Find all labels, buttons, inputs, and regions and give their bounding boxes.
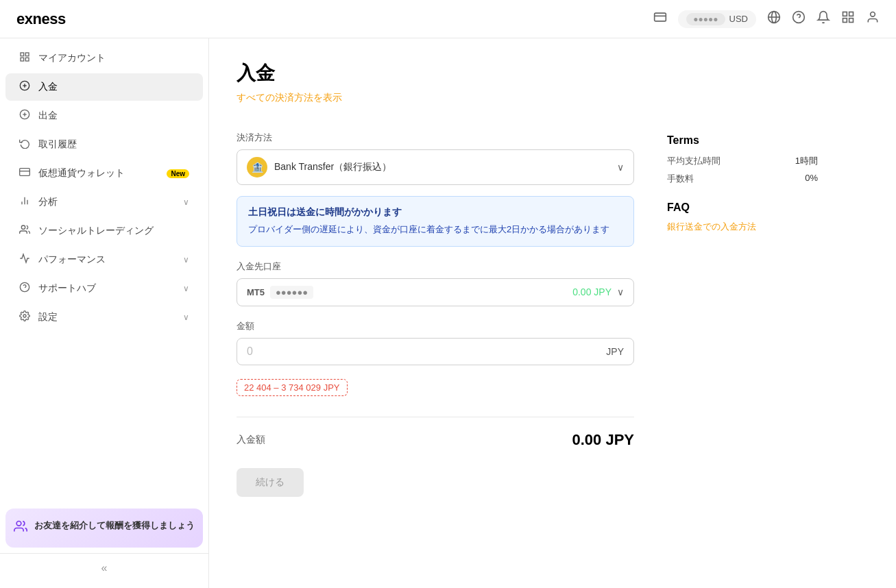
svg-rect-0 <box>655 13 666 21</box>
deposit-total-amount: 0.00 JPY <box>572 431 634 449</box>
svg-rect-7 <box>843 12 847 16</box>
account-selector[interactable]: MT5 ●●●●●● 0.00 JPY ∨ <box>237 278 634 306</box>
svg-rect-15 <box>25 58 29 61</box>
history-sidebar-icon <box>19 138 30 151</box>
header-right: ●●●●● USD <box>653 10 880 28</box>
account-right: 0.00 JPY ∨ <box>572 286 624 297</box>
account-currency: USD <box>729 14 748 24</box>
sidebar-label-performance: パフォーマンス <box>38 254 175 266</box>
bell-icon[interactable] <box>816 10 830 27</box>
sidebar-item-analysis[interactable]: 分析 ∨ <box>5 188 203 216</box>
analysis-arrow-icon: ∨ <box>183 197 189 207</box>
app-container: exness ●●●●● USD <box>0 0 896 588</box>
support-arrow-icon: ∨ <box>183 284 189 293</box>
svg-rect-13 <box>25 53 29 56</box>
range-text: 22 404 – 3 734 029 JPY <box>244 382 340 393</box>
settings-arrow-icon: ∨ <box>183 313 189 322</box>
account-amount: ●●●●● <box>686 13 725 25</box>
sidebar-item-trade-history[interactable]: 取引履歴 <box>5 131 203 158</box>
amount-currency: JPY <box>606 346 624 357</box>
account-left: MT5 ●●●●●● <box>247 286 313 299</box>
payment-method-dropdown[interactable]: 🏦 Bank Transfer（銀行振込） ∨ <box>237 149 634 185</box>
terms-section: Terms 平均支払時間 1時間 手数料 0% <box>667 132 818 185</box>
help-icon[interactable] <box>792 10 806 27</box>
sidebar-label-social-trading: ソーシャルトレーディング <box>38 225 189 237</box>
show-all-link[interactable]: すべての決済方法を表示 <box>237 92 342 104</box>
sidebar-item-social-trading[interactable]: ソーシャルトレーディング <box>5 217 203 245</box>
account-balance: 0.00 JPY <box>572 286 612 297</box>
sidebar-label-settings: 設定 <box>38 311 175 323</box>
info-box: 土日祝日は送金に時間がかかります プロバイダー側の遅延により、資金が口座に着金す… <box>237 196 634 247</box>
svg-rect-12 <box>21 53 24 56</box>
header: exness ●●●●● USD <box>0 0 896 38</box>
referral-text: お友達を紹介して報酬を獲得しましょう <box>34 519 195 532</box>
payment-dropdown-left: 🏦 Bank Transfer（銀行振込） <box>247 157 391 177</box>
sidebar-item-settings[interactable]: 設定 ∨ <box>5 304 203 331</box>
grid-icon[interactable] <box>841 10 855 27</box>
main-layout: マイアカウント 入金 出金 取引履歴 <box>0 38 896 588</box>
continue-button[interactable]: 続ける <box>237 468 304 497</box>
withdrawal-sidebar-icon <box>19 109 30 123</box>
sidebar-label-my-account: マイアカウント <box>38 52 189 64</box>
amount-label: 金額 <box>237 320 634 332</box>
account-dropdown-arrow-icon: ∨ <box>617 286 624 297</box>
info-box-title: 土日祝日は送金に時間がかかります <box>248 206 622 219</box>
sidebar-label-support: サポートハブ <box>38 282 175 295</box>
globe-icon[interactable] <box>767 10 781 27</box>
analysis-sidebar-icon <box>19 195 30 209</box>
terms-fee-label: 手数料 <box>667 173 694 185</box>
sidebar-item-crypto-wallet[interactable]: 仮想通貨ウォレット New <box>5 160 203 187</box>
amount-input[interactable] <box>247 345 606 358</box>
sidebar-item-withdrawal[interactable]: 出金 <box>5 102 203 130</box>
amount-section: 金額 JPY <box>237 320 634 365</box>
deposit-total-label: 入金額 <box>237 434 265 446</box>
referral-banner[interactable]: お友達を紹介して報酬を獲得しましょう <box>5 509 203 548</box>
account-section-label: 入金先口座 <box>237 260 634 273</box>
payment-dropdown-arrow-icon: ∨ <box>617 162 624 173</box>
amount-input-wrapper: JPY <box>237 338 634 365</box>
svg-rect-22 <box>20 169 30 176</box>
support-sidebar-icon <box>19 282 30 295</box>
sidebar-collapse-button[interactable]: « <box>0 553 208 583</box>
sidebar-label-crypto-wallet: 仮想通貨ウォレット <box>38 167 158 180</box>
faq-link[interactable]: 銀行送金での入金方法 <box>667 221 756 232</box>
sidebar-item-support[interactable]: サポートハブ ∨ <box>5 275 203 302</box>
account-pill[interactable]: ●●●●● USD <box>678 10 756 28</box>
bank-icon: 🏦 <box>247 157 267 177</box>
sidebar-label-trade-history: 取引履歴 <box>38 138 189 151</box>
payment-method-value: Bank Transfer（銀行振込） <box>274 161 391 173</box>
svg-rect-8 <box>849 12 853 16</box>
svg-point-11 <box>871 12 875 17</box>
main-content: 入金 すべての決済方法を表示 決済方法 🏦 Bank Transfer（銀行振込… <box>209 38 896 588</box>
terms-avg-time-label: 平均支払時間 <box>667 155 721 167</box>
svg-point-26 <box>21 225 25 229</box>
page-title: 入金 <box>237 60 869 86</box>
deposit-header-icon[interactable] <box>653 10 667 27</box>
terms-row-time: 平均支払時間 1時間 <box>667 155 818 167</box>
collapse-icon: « <box>101 562 108 574</box>
deposit-total-row: 入金額 0.00 JPY <box>237 417 634 463</box>
terms-row-fee: 手数料 0% <box>667 173 818 185</box>
deposit-sidebar-icon <box>19 80 30 94</box>
sidebar-item-deposit[interactable]: 入金 <box>5 73 203 101</box>
user-icon[interactable] <box>866 10 880 27</box>
sidebar-label-deposit: 入金 <box>38 81 189 93</box>
logo: exness <box>16 10 66 28</box>
settings-sidebar-icon <box>19 310 30 324</box>
performance-arrow-icon: ∨ <box>183 255 189 265</box>
sidebar-label-withdrawal: 出金 <box>38 110 189 122</box>
performance-sidebar-icon <box>19 253 30 267</box>
social-sidebar-icon <box>19 224 30 238</box>
grid-sidebar-icon <box>19 51 30 65</box>
sidebar-item-performance[interactable]: パフォーマンス ∨ <box>5 246 203 273</box>
faq-section: FAQ 銀行送金での入金方法 <box>667 201 818 233</box>
terms-fee-value: 0% <box>805 173 818 185</box>
sidebar-item-my-account[interactable]: マイアカウント <box>5 45 203 72</box>
account-type: MT5 <box>247 287 265 297</box>
new-badge: New <box>167 169 189 178</box>
account-number: ●●●●●● <box>270 286 313 299</box>
info-box-text: プロバイダー側の遅延により、資金が口座に着金するまでに最大2日かかる場合がありま… <box>248 223 622 236</box>
sidebar: マイアカウント 入金 出金 取引履歴 <box>0 38 209 588</box>
referral-content: お友達を紹介して報酬を獲得しましょう <box>14 519 195 537</box>
faq-title: FAQ <box>667 201 818 214</box>
